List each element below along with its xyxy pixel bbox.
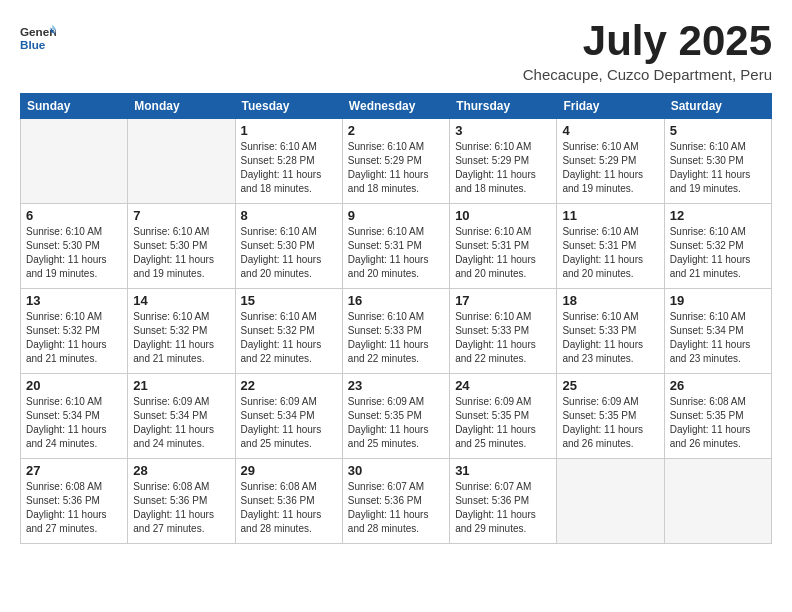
day-number: 3	[455, 123, 551, 138]
day-detail: Sunrise: 6:07 AMSunset: 5:36 PMDaylight:…	[455, 480, 551, 536]
day-number: 28	[133, 463, 229, 478]
day-detail: Sunrise: 6:08 AMSunset: 5:35 PMDaylight:…	[670, 395, 766, 451]
calendar-cell: 8Sunrise: 6:10 AMSunset: 5:30 PMDaylight…	[235, 204, 342, 289]
calendar-cell	[21, 119, 128, 204]
weekday-header-sunday: Sunday	[21, 94, 128, 119]
day-detail: Sunrise: 6:10 AMSunset: 5:31 PMDaylight:…	[562, 225, 658, 281]
day-number: 22	[241, 378, 337, 393]
weekday-header-friday: Friday	[557, 94, 664, 119]
calendar-cell: 5Sunrise: 6:10 AMSunset: 5:30 PMDaylight…	[664, 119, 771, 204]
day-detail: Sunrise: 6:08 AMSunset: 5:36 PMDaylight:…	[241, 480, 337, 536]
day-number: 2	[348, 123, 444, 138]
day-detail: Sunrise: 6:10 AMSunset: 5:31 PMDaylight:…	[455, 225, 551, 281]
day-number: 12	[670, 208, 766, 223]
day-detail: Sunrise: 6:09 AMSunset: 5:35 PMDaylight:…	[348, 395, 444, 451]
calendar-cell: 20Sunrise: 6:10 AMSunset: 5:34 PMDayligh…	[21, 374, 128, 459]
day-detail: Sunrise: 6:10 AMSunset: 5:32 PMDaylight:…	[133, 310, 229, 366]
day-number: 23	[348, 378, 444, 393]
day-detail: Sunrise: 6:10 AMSunset: 5:30 PMDaylight:…	[241, 225, 337, 281]
calendar-cell	[664, 459, 771, 544]
day-detail: Sunrise: 6:10 AMSunset: 5:30 PMDaylight:…	[670, 140, 766, 196]
title-block: July 2025 Checacupe, Cuzco Department, P…	[523, 20, 772, 83]
day-number: 15	[241, 293, 337, 308]
calendar-cell: 10Sunrise: 6:10 AMSunset: 5:31 PMDayligh…	[450, 204, 557, 289]
calendar-table: SundayMondayTuesdayWednesdayThursdayFrid…	[20, 93, 772, 544]
day-detail: Sunrise: 6:10 AMSunset: 5:28 PMDaylight:…	[241, 140, 337, 196]
day-detail: Sunrise: 6:10 AMSunset: 5:29 PMDaylight:…	[562, 140, 658, 196]
weekday-header-thursday: Thursday	[450, 94, 557, 119]
day-number: 1	[241, 123, 337, 138]
calendar-cell: 15Sunrise: 6:10 AMSunset: 5:32 PMDayligh…	[235, 289, 342, 374]
weekday-header-monday: Monday	[128, 94, 235, 119]
calendar-cell: 22Sunrise: 6:09 AMSunset: 5:34 PMDayligh…	[235, 374, 342, 459]
page-header: General Blue July 2025 Checacupe, Cuzco …	[20, 20, 772, 83]
calendar-cell: 23Sunrise: 6:09 AMSunset: 5:35 PMDayligh…	[342, 374, 449, 459]
calendar-cell: 2Sunrise: 6:10 AMSunset: 5:29 PMDaylight…	[342, 119, 449, 204]
day-detail: Sunrise: 6:08 AMSunset: 5:36 PMDaylight:…	[133, 480, 229, 536]
calendar-cell	[128, 119, 235, 204]
calendar-cell: 19Sunrise: 6:10 AMSunset: 5:34 PMDayligh…	[664, 289, 771, 374]
day-detail: Sunrise: 6:09 AMSunset: 5:34 PMDaylight:…	[133, 395, 229, 451]
day-detail: Sunrise: 6:10 AMSunset: 5:32 PMDaylight:…	[26, 310, 122, 366]
day-detail: Sunrise: 6:10 AMSunset: 5:29 PMDaylight:…	[348, 140, 444, 196]
week-row-4: 20Sunrise: 6:10 AMSunset: 5:34 PMDayligh…	[21, 374, 772, 459]
day-number: 10	[455, 208, 551, 223]
calendar-cell: 24Sunrise: 6:09 AMSunset: 5:35 PMDayligh…	[450, 374, 557, 459]
weekday-header-saturday: Saturday	[664, 94, 771, 119]
day-number: 20	[26, 378, 122, 393]
day-number: 21	[133, 378, 229, 393]
week-row-3: 13Sunrise: 6:10 AMSunset: 5:32 PMDayligh…	[21, 289, 772, 374]
weekday-header-row: SundayMondayTuesdayWednesdayThursdayFrid…	[21, 94, 772, 119]
day-detail: Sunrise: 6:10 AMSunset: 5:32 PMDaylight:…	[241, 310, 337, 366]
calendar-cell: 17Sunrise: 6:10 AMSunset: 5:33 PMDayligh…	[450, 289, 557, 374]
day-number: 7	[133, 208, 229, 223]
weekday-header-wednesday: Wednesday	[342, 94, 449, 119]
day-number: 25	[562, 378, 658, 393]
calendar-cell: 12Sunrise: 6:10 AMSunset: 5:32 PMDayligh…	[664, 204, 771, 289]
day-number: 19	[670, 293, 766, 308]
day-detail: Sunrise: 6:10 AMSunset: 5:30 PMDaylight:…	[26, 225, 122, 281]
calendar-cell: 9Sunrise: 6:10 AMSunset: 5:31 PMDaylight…	[342, 204, 449, 289]
svg-text:Blue: Blue	[20, 38, 46, 51]
calendar-cell: 6Sunrise: 6:10 AMSunset: 5:30 PMDaylight…	[21, 204, 128, 289]
day-number: 13	[26, 293, 122, 308]
day-detail: Sunrise: 6:10 AMSunset: 5:34 PMDaylight:…	[26, 395, 122, 451]
day-detail: Sunrise: 6:10 AMSunset: 5:29 PMDaylight:…	[455, 140, 551, 196]
day-detail: Sunrise: 6:09 AMSunset: 5:35 PMDaylight:…	[562, 395, 658, 451]
location-subtitle: Checacupe, Cuzco Department, Peru	[523, 66, 772, 83]
day-number: 14	[133, 293, 229, 308]
day-number: 24	[455, 378, 551, 393]
week-row-2: 6Sunrise: 6:10 AMSunset: 5:30 PMDaylight…	[21, 204, 772, 289]
day-detail: Sunrise: 6:10 AMSunset: 5:33 PMDaylight:…	[562, 310, 658, 366]
calendar-cell: 28Sunrise: 6:08 AMSunset: 5:36 PMDayligh…	[128, 459, 235, 544]
day-detail: Sunrise: 6:09 AMSunset: 5:35 PMDaylight:…	[455, 395, 551, 451]
day-number: 17	[455, 293, 551, 308]
calendar-cell: 25Sunrise: 6:09 AMSunset: 5:35 PMDayligh…	[557, 374, 664, 459]
generalblue-logo-icon: General Blue	[20, 20, 56, 56]
day-number: 30	[348, 463, 444, 478]
calendar-cell: 13Sunrise: 6:10 AMSunset: 5:32 PMDayligh…	[21, 289, 128, 374]
day-number: 16	[348, 293, 444, 308]
calendar-cell: 4Sunrise: 6:10 AMSunset: 5:29 PMDaylight…	[557, 119, 664, 204]
day-detail: Sunrise: 6:10 AMSunset: 5:33 PMDaylight:…	[348, 310, 444, 366]
day-number: 6	[26, 208, 122, 223]
day-detail: Sunrise: 6:07 AMSunset: 5:36 PMDaylight:…	[348, 480, 444, 536]
day-detail: Sunrise: 6:10 AMSunset: 5:30 PMDaylight:…	[133, 225, 229, 281]
calendar-cell: 26Sunrise: 6:08 AMSunset: 5:35 PMDayligh…	[664, 374, 771, 459]
calendar-cell: 18Sunrise: 6:10 AMSunset: 5:33 PMDayligh…	[557, 289, 664, 374]
calendar-cell: 30Sunrise: 6:07 AMSunset: 5:36 PMDayligh…	[342, 459, 449, 544]
calendar-cell	[557, 459, 664, 544]
week-row-1: 1Sunrise: 6:10 AMSunset: 5:28 PMDaylight…	[21, 119, 772, 204]
day-number: 29	[241, 463, 337, 478]
day-number: 4	[562, 123, 658, 138]
calendar-cell: 27Sunrise: 6:08 AMSunset: 5:36 PMDayligh…	[21, 459, 128, 544]
day-detail: Sunrise: 6:10 AMSunset: 5:31 PMDaylight:…	[348, 225, 444, 281]
weekday-header-tuesday: Tuesday	[235, 94, 342, 119]
day-number: 27	[26, 463, 122, 478]
day-number: 18	[562, 293, 658, 308]
day-detail: Sunrise: 6:10 AMSunset: 5:32 PMDaylight:…	[670, 225, 766, 281]
week-row-5: 27Sunrise: 6:08 AMSunset: 5:36 PMDayligh…	[21, 459, 772, 544]
calendar-cell: 16Sunrise: 6:10 AMSunset: 5:33 PMDayligh…	[342, 289, 449, 374]
day-detail: Sunrise: 6:10 AMSunset: 5:34 PMDaylight:…	[670, 310, 766, 366]
day-detail: Sunrise: 6:10 AMSunset: 5:33 PMDaylight:…	[455, 310, 551, 366]
